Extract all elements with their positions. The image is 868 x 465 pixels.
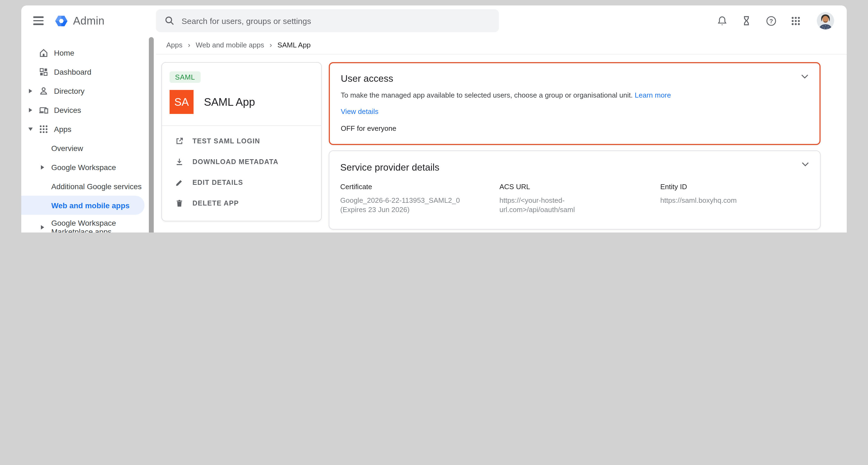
edit-details-button[interactable]: EDIT DETAILS (162, 172, 321, 193)
sidebar-item-dashboard[interactable]: Dashboard (21, 62, 147, 81)
user-access-status: OFF for everyone (341, 124, 793, 132)
sidebar-item-directory[interactable]: Directory (21, 81, 147, 100)
body-split: Home Dashboard Directory (21, 36, 847, 232)
certificate-field: Certificate Google_2026-6-22-113953_SAML… (340, 183, 499, 214)
tasks-hourglass-icon[interactable] (740, 14, 753, 27)
help-icon[interactable]: ? (765, 14, 777, 27)
app-monogram: SA (169, 90, 193, 114)
entity-id-field: Entity ID https://saml.boxyhq.com (660, 183, 809, 214)
app-actions-menu: TEST SAML LOGIN DOWNLOAD METADATA (162, 126, 321, 221)
svg-text:?: ? (769, 18, 773, 24)
search-input[interactable] (156, 9, 499, 32)
app-card-header: SAML SA SAML App (162, 63, 321, 125)
screen: Admin (0, 0, 868, 232)
download-icon (175, 158, 184, 166)
apps-icon (38, 124, 49, 134)
breadcrumb-separator-icon: › (188, 41, 190, 49)
sidebar-item-web-and-mobile-apps[interactable]: Web and mobile apps (21, 196, 145, 215)
breadcrumb-separator-icon: › (270, 41, 272, 49)
field-value: (Expires 23 Jun 2026) (340, 205, 476, 214)
main-area: Apps › Web and mobile apps › SAML App SA… (156, 36, 847, 232)
user-avatar[interactable] (817, 12, 834, 29)
expand-arrow-icon (38, 165, 47, 169)
app-name: SAML App (204, 96, 255, 108)
sidebar-scrollbar-thumb[interactable] (149, 37, 154, 232)
sidebar-item-overview[interactable]: Overview (21, 138, 147, 158)
sidebar-item-home[interactable]: Home (21, 43, 147, 62)
test-saml-login-button[interactable]: TEST SAML LOGIN (162, 131, 321, 152)
breadcrumb-current-page: SAML App (278, 41, 311, 49)
user-access-description: To make the managed app available to sel… (341, 91, 633, 99)
field-label: ACS URL (499, 183, 660, 191)
sidebar-item-gw-marketplace-apps[interactable]: Google Workspace Marketplace apps (21, 215, 147, 232)
user-access-title: User access (341, 73, 793, 85)
collapse-arrow-icon (26, 127, 35, 130)
delete-app-button[interactable]: DELETE APP (162, 193, 321, 214)
field-value: https://saml.boxyhq.com (660, 196, 797, 205)
view-details-link[interactable]: View details (341, 107, 378, 116)
dashboard-icon (38, 67, 49, 76)
download-metadata-button[interactable]: DOWNLOAD METADATA (162, 152, 321, 172)
learn-more-link[interactable]: Learn more (634, 91, 671, 99)
header-actions: ? (715, 5, 834, 36)
person-icon (38, 85, 49, 96)
chevron-down-icon[interactable] (801, 74, 809, 79)
search-bar (156, 9, 499, 32)
expand-arrow-icon (26, 108, 35, 112)
expand-arrow-icon (38, 225, 47, 229)
trash-icon (175, 199, 184, 208)
sidebar-item-apps[interactable]: Apps (21, 119, 147, 138)
devices-icon (38, 104, 49, 115)
product-name: Admin (73, 14, 104, 27)
page-content: SAML SA SAML App TEST SAML LOGIN (156, 55, 847, 232)
service-provider-title: Service provider details (340, 162, 809, 173)
search-icon (164, 15, 175, 26)
service-provider-details-card: Service provider details Certificate Goo… (329, 151, 820, 229)
home-icon (38, 47, 49, 58)
hamburger-menu-icon[interactable] (32, 14, 45, 27)
field-value: url.com>/api/oauth/saml (499, 205, 636, 214)
field-label: Entity ID (660, 183, 809, 191)
open-in-new-icon (175, 137, 184, 146)
sidebar-scrollbar-track (147, 36, 156, 232)
notifications-bell-icon[interactable] (715, 14, 728, 27)
sidebar-item-google-workspace[interactable]: Google Workspace (21, 158, 147, 177)
breadcrumb: Apps › Web and mobile apps › SAML App (156, 36, 847, 55)
saml-app-card: SAML SA SAML App TEST SAML LOGIN (161, 62, 322, 221)
admin-console-window: Admin (21, 5, 847, 232)
nav-list: Home Dashboard Directory (21, 36, 147, 232)
admin-logo-icon (54, 13, 69, 28)
user-access-card: User access To make the managed app avai… (329, 62, 820, 145)
sidebar-item-devices[interactable]: Devices (21, 100, 147, 119)
breadcrumb-web-and-mobile-apps[interactable]: Web and mobile apps (196, 41, 264, 49)
sidebar-item-additional-google-services[interactable]: Additional Google services (21, 177, 147, 196)
sidebar-nav: Home Dashboard Directory (21, 36, 147, 232)
chevron-down-icon[interactable] (802, 162, 809, 167)
acs-url-field: ACS URL https://<your-hosted- url.com>/a… (499, 183, 660, 214)
admin-logo[interactable]: Admin (54, 13, 104, 28)
detail-cards-column: User access To make the managed app avai… (329, 62, 820, 232)
field-value: Google_2026-6-22-113953_SAML2_0 (340, 196, 476, 205)
saml-badge: SAML (169, 71, 200, 83)
field-value: https://<your-hosted- (499, 196, 636, 205)
top-app-bar: Admin (21, 5, 847, 36)
field-label: Certificate (340, 183, 499, 191)
expand-arrow-icon (26, 89, 35, 93)
breadcrumb-apps[interactable]: Apps (166, 41, 182, 49)
pencil-icon (175, 178, 184, 187)
apps-grid-icon[interactable] (789, 14, 802, 27)
